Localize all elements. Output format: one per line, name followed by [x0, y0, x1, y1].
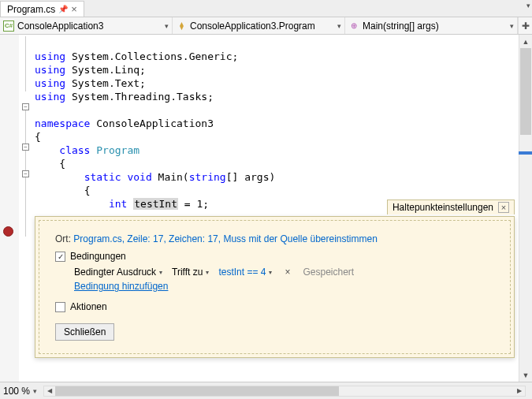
conditions-label: Bedingungen [70, 251, 126, 262]
nav-class-dropdown[interactable]: ⧫ ConsoleApplication3.Program ▾ [173, 17, 345, 34]
pin-icon[interactable]: 📌 [58, 5, 68, 13]
condition-type-dropdown[interactable]: Bedingter Ausdruck▾ [74, 267, 162, 278]
outline-toggle[interactable]: − [22, 103, 29, 110]
chevron-down-icon[interactable]: ▾ [33, 387, 37, 395]
navigation-bar: C# ConsoleApplication3 ▾ ⧫ ConsoleApplic… [0, 17, 532, 35]
chevron-down-icon: ▾ [337, 22, 341, 30]
nav-project-label: ConsoleApplication3 [17, 21, 103, 32]
nav-project-dropdown[interactable]: C# ConsoleApplication3 ▾ [0, 17, 173, 34]
chevron-down-icon: ▾ [165, 22, 169, 30]
chevron-down-icon: ▾ [510, 22, 514, 30]
scrollbar-thumb[interactable] [520, 48, 531, 135]
condition-row: Bedingter Ausdruck▾ Trifft zu▾ testInt =… [55, 267, 494, 278]
zoom-level[interactable]: 100 % [3, 386, 30, 397]
scrollbar-thumb[interactable] [55, 386, 339, 396]
code-editor[interactable]: − − − using System.Collections.Generic; … [0, 35, 532, 382]
outline-toggle[interactable]: − [22, 144, 29, 151]
scroll-right-icon[interactable]: ▶ [514, 386, 525, 396]
nav-method-label: Main(string[] args) [363, 21, 439, 32]
actions-label: Aktionen [70, 301, 107, 312]
document-tab-bar: Program.cs 📌 × ▾ [0, 0, 532, 17]
add-condition-link[interactable]: Bedingung hinzufügen [55, 281, 168, 292]
csharp-project-icon: C# [3, 21, 14, 32]
condition-operator-dropdown[interactable]: Trifft zu▾ [172, 267, 209, 278]
conditions-checkbox[interactable]: ✓ [55, 252, 65, 262]
nav-class-label: ConsoleApplication3.Program [190, 21, 315, 32]
scroll-up-icon[interactable]: ▲ [519, 35, 532, 48]
nav-method-dropdown[interactable]: ⊕ Main(string[] args) ▾ [345, 17, 518, 34]
location-link[interactable]: Program.cs, Zeile: 17, Zeichen: 17, Muss… [73, 233, 378, 244]
actions-checkbox[interactable] [55, 302, 65, 312]
saved-label: Gespeichert [303, 267, 354, 278]
breakpoint-gutter[interactable] [0, 35, 19, 382]
breakpoint-settings-panel: Haltepunkteinstellungen × Ort: Program.c… [35, 216, 515, 358]
scroll-down-icon[interactable]: ▼ [519, 368, 532, 382]
outline-toggle[interactable]: − [22, 170, 29, 177]
class-icon: ⧫ [176, 21, 187, 32]
close-button[interactable]: Schließen [55, 323, 114, 341]
split-editor-button[interactable]: ✚ [518, 17, 532, 34]
tab-title: Program.cs [7, 4, 55, 15]
editor-footer: 100 % ▾ ◀ ▶ [0, 382, 532, 399]
tab-overflow-icon[interactable]: ▾ [526, 2, 530, 9]
breakpoint-location: Ort: Program.cs, Zeile: 17, Zeichen: 17,… [55, 233, 494, 244]
close-icon[interactable]: × [71, 4, 77, 14]
file-tab[interactable]: Program.cs 📌 × [0, 1, 84, 17]
remove-condition-icon[interactable]: × [281, 267, 293, 278]
outlining-margin[interactable]: − − − [19, 35, 35, 382]
breakpoint-marker-icon[interactable] [3, 226, 13, 237]
close-icon[interactable]: × [498, 202, 509, 213]
vertical-scrollbar[interactable]: ▲ ▼ [519, 35, 532, 382]
method-icon: ⊕ [348, 21, 359, 32]
condition-expression-field[interactable]: testInt == 4▾ [218, 267, 272, 278]
scrollbar-marker [519, 151, 532, 155]
scroll-left-icon[interactable]: ◀ [44, 386, 55, 396]
panel-title-tab: Haltepunkteinstellungen × [387, 200, 515, 214]
panel-title: Haltepunkteinstellungen [392, 202, 493, 213]
horizontal-scrollbar[interactable]: ◀ ▶ [43, 386, 526, 397]
